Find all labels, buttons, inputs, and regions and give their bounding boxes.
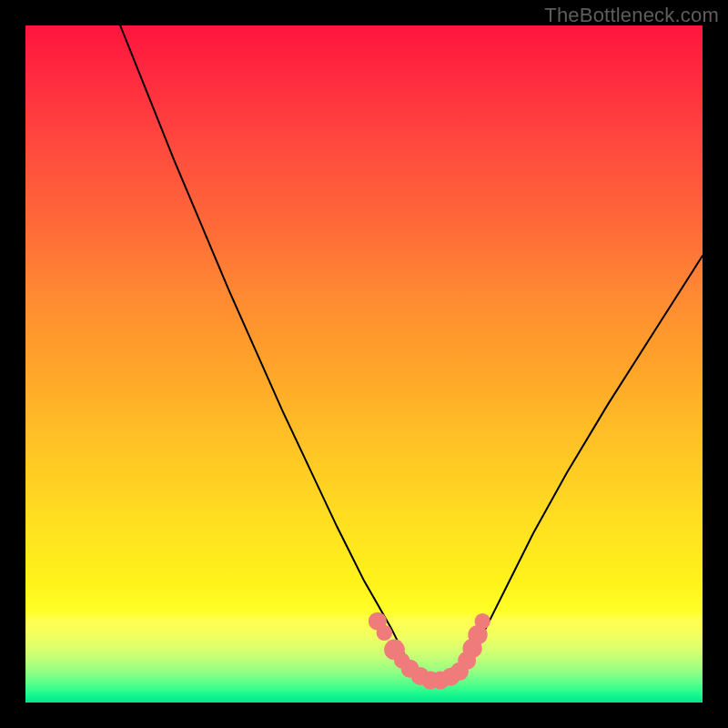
chart-lines bbox=[120, 25, 703, 672]
chart-markers bbox=[369, 612, 490, 690]
chart-plot-area bbox=[25, 25, 703, 703]
data-marker bbox=[475, 613, 490, 629]
data-marker bbox=[377, 625, 392, 641]
curve-right-line bbox=[462, 256, 703, 672]
watermark-text: TheBottleneck.com bbox=[544, 4, 719, 27]
chart-svg bbox=[25, 25, 703, 703]
curve-left-line bbox=[120, 25, 411, 672]
chart-frame: TheBottleneck.com bbox=[0, 0, 728, 728]
